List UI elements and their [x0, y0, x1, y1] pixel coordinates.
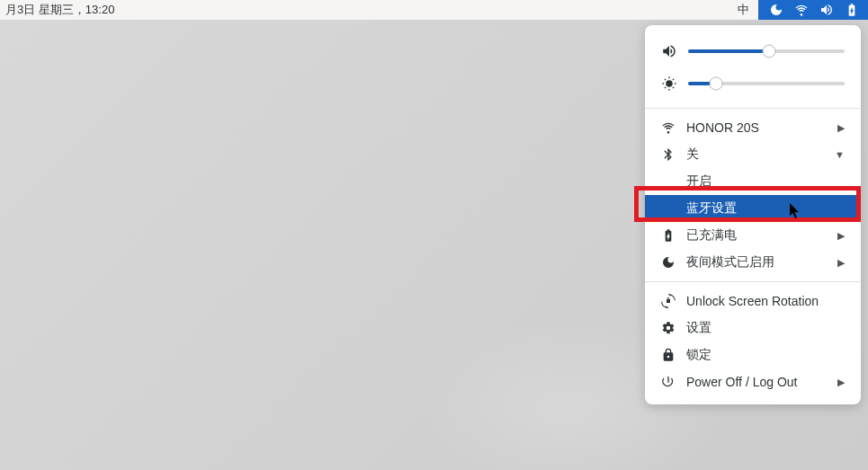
bluetooth-on-label: 开启: [686, 173, 845, 190]
rotation-label: Unlock Screen Rotation: [686, 294, 845, 308]
night-mode-label: 夜间模式已启用: [686, 254, 827, 270]
chevron-right-icon: ▶: [837, 377, 845, 388]
bluetooth-on-item[interactable]: 开启: [645, 168, 861, 195]
bluetooth-settings-item[interactable]: 蓝牙设置: [645, 195, 861, 222]
wifi-label: HONOR 20S: [686, 120, 827, 135]
wifi-icon: [661, 120, 676, 135]
bluetooth-icon: [661, 147, 676, 162]
bluetooth-item[interactable]: 关 ▼: [645, 141, 861, 168]
power-icon: [661, 375, 676, 389]
gear-icon: [661, 321, 676, 335]
night-mode-item[interactable]: 夜间模式已启用 ▶: [645, 249, 861, 276]
battery-icon: [661, 228, 676, 243]
chevron-right-icon: ▶: [837, 122, 845, 134]
poweroff-item[interactable]: Power Off / Log Out ▶: [645, 368, 861, 395]
chevron-down-icon: ▼: [835, 149, 845, 160]
separator: [645, 108, 861, 109]
bluetooth-settings-label: 蓝牙设置: [686, 200, 845, 217]
lock-icon: [661, 348, 676, 362]
night-mode-icon: [769, 3, 783, 17]
chevron-right-icon: ▶: [837, 230, 845, 242]
mouse-cursor: [790, 203, 801, 219]
settings-item[interactable]: 设置: [645, 315, 861, 341]
brightness-slider[interactable]: [645, 70, 861, 102]
bluetooth-label: 关: [686, 146, 824, 163]
chevron-right-icon: ▶: [837, 257, 845, 269]
wifi-item[interactable]: HONOR 20S ▶: [645, 114, 861, 141]
top-bar: 月3日 星期三，13:20 中: [0, 0, 868, 20]
volume-slider[interactable]: [645, 38, 861, 70]
system-menu: HONOR 20S ▶ 关 ▼ 开启 蓝牙设置 已充满电 ▶ 夜间模式已启用 ▶…: [645, 25, 861, 404]
wifi-icon: [794, 3, 809, 17]
system-tray[interactable]: [758, 0, 868, 20]
poweroff-label: Power Off / Log Out: [686, 375, 827, 389]
rotation-item[interactable]: Unlock Screen Rotation: [645, 288, 861, 315]
night-mode-icon: [661, 255, 676, 270]
separator: [645, 281, 861, 282]
ime-indicator[interactable]: 中: [729, 0, 758, 20]
battery-item[interactable]: 已充满电 ▶: [645, 222, 861, 249]
battery-label: 已充满电: [686, 227, 827, 244]
rotation-lock-icon: [661, 294, 676, 308]
brightness-icon: [661, 75, 677, 92]
lock-label: 锁定: [686, 347, 845, 363]
datetime-label: 月3日 星期三，13:20: [4, 2, 114, 18]
battery-icon: [845, 3, 859, 17]
volume-icon: [819, 3, 834, 17]
settings-label: 设置: [686, 320, 845, 336]
volume-icon: [661, 43, 677, 59]
lock-item[interactable]: 锁定: [645, 341, 861, 368]
